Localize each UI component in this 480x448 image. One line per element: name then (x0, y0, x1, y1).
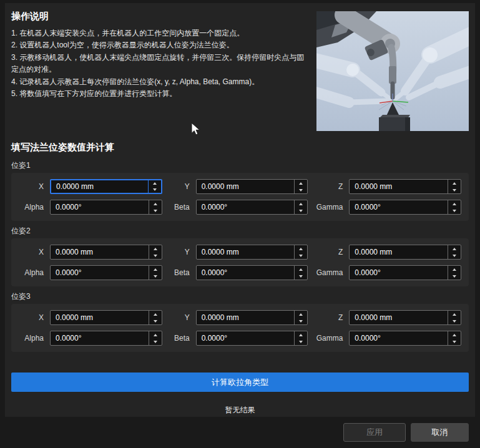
pose2-z-label: Z (314, 248, 343, 256)
pose1-alpha-value: 0.0000° (51, 200, 149, 214)
instructions-title: 操作说明 (11, 11, 308, 22)
arrow-down-icon (154, 275, 157, 278)
arrow-up-icon (299, 203, 303, 205)
pose2-alpha-input[interactable]: 0.0000° (50, 265, 162, 280)
spin-up-button[interactable] (149, 180, 161, 187)
spin-up-button[interactable] (149, 331, 162, 338)
pose3-y-input[interactable]: 0.0000 mm (196, 310, 308, 325)
pose1-alpha-label: Alpha (19, 203, 44, 212)
spin-up-button[interactable] (295, 266, 307, 273)
pose1-x-input[interactable]: 0.0000 mm (50, 179, 162, 194)
pose1-beta-input[interactable]: 0.0000° (196, 200, 308, 215)
pose2-gamma-label: Gamma (314, 268, 343, 277)
arrow-up-icon (154, 248, 157, 250)
arrow-down-icon (299, 341, 303, 343)
pose2-x-spinner (149, 245, 162, 259)
pose3-z-label: Z (314, 313, 343, 322)
instruction-step-1: 1. 在机器人末端安装尖点，并在机器人的工作空间内放置一个固定点。 (11, 27, 308, 39)
pose2-alpha-label: Alpha (19, 268, 44, 277)
pose3-x-input[interactable]: 0.0000 mm (50, 310, 162, 325)
pose3-x-label: X (19, 313, 44, 322)
spin-down-button[interactable] (295, 318, 307, 324)
calculate-euler-type-button[interactable]: 计算欧拉角类型 (11, 373, 469, 392)
pose2-group: X 0.0000 mm Y 0.0000 mm Z 0.0000 mm (11, 238, 469, 286)
pose1-z-value: 0.0000 mm (350, 180, 448, 193)
pose3-label: 位姿3 (11, 292, 469, 301)
arrow-down-icon (299, 210, 303, 212)
pose1-y-value: 0.0000 mm (197, 180, 295, 193)
spin-down-button[interactable] (448, 252, 461, 259)
spin-down-button[interactable] (295, 207, 307, 214)
spin-down-button[interactable] (149, 207, 162, 214)
pose3-gamma-input[interactable]: 0.0000° (349, 331, 461, 346)
spin-up-button[interactable] (295, 311, 307, 318)
pose1-z-spinner (448, 180, 461, 193)
arrow-up-icon (153, 182, 157, 185)
spin-up-button[interactable] (448, 266, 461, 273)
spin-down-button[interactable] (448, 207, 461, 214)
spin-up-button[interactable] (295, 245, 307, 252)
pose1-alpha-input[interactable]: 0.0000° (50, 200, 162, 215)
spin-down-button[interactable] (149, 318, 162, 324)
spin-down-button[interactable] (149, 273, 162, 280)
spin-down-button[interactable] (448, 273, 461, 280)
spin-down-button[interactable] (448, 318, 461, 324)
pose3-z-spinner (448, 311, 461, 324)
spin-up-button[interactable] (295, 180, 307, 187)
arrow-up-icon (154, 268, 157, 271)
arrow-up-icon (299, 268, 303, 271)
spin-down-button[interactable] (149, 338, 162, 345)
spin-down-button[interactable] (149, 252, 162, 259)
instruction-steps: 1. 在机器人末端安装尖点，并在机器人的工作空间内放置一个固定点。 2. 设置机… (11, 27, 308, 100)
spin-up-button[interactable] (448, 245, 461, 252)
pose2-z-input[interactable]: 0.0000 mm (349, 245, 461, 260)
pose3-group: X 0.0000 mm Y 0.0000 mm Z 0.0000 mm (11, 304, 469, 352)
arrow-up-icon (453, 313, 456, 316)
pose2-x-input[interactable]: 0.0000 mm (50, 245, 162, 260)
spin-down-button[interactable] (295, 338, 307, 345)
arrow-up-icon (453, 182, 456, 185)
arrow-down-icon (154, 341, 157, 343)
spin-down-button[interactable] (448, 338, 461, 345)
pose1-gamma-label: Gamma (314, 203, 343, 212)
instructions-section: 操作说明 1. 在机器人末端安装尖点，并在机器人的工作空间内放置一个固定点。 2… (11, 11, 469, 131)
pose1-alpha-spinner (149, 200, 162, 214)
spin-down-button[interactable] (295, 187, 307, 193)
pose2-beta-input[interactable]: 0.0000° (196, 265, 308, 280)
pose3-y-value: 0.0000 mm (197, 311, 295, 324)
spin-up-button[interactable] (149, 311, 162, 318)
pose2-gamma-spinner (448, 266, 461, 280)
spin-up-button[interactable] (295, 200, 307, 207)
cancel-button[interactable]: 取消 (411, 423, 469, 442)
spin-up-button[interactable] (295, 331, 307, 338)
spin-down-button[interactable] (149, 187, 161, 193)
arrow-up-icon (453, 268, 456, 271)
spin-up-button[interactable] (149, 266, 162, 273)
pose3-x-value: 0.0000 mm (51, 311, 149, 324)
pose3-alpha-input[interactable]: 0.0000° (50, 331, 162, 346)
arrow-down-icon (453, 210, 456, 212)
pose2-gamma-input[interactable]: 0.0000° (349, 265, 461, 280)
pose3-alpha-label: Alpha (19, 334, 44, 343)
arrow-down-icon (154, 320, 157, 323)
spin-up-button[interactable] (448, 200, 461, 207)
pose1-z-input[interactable]: 0.0000 mm (349, 179, 461, 194)
spin-up-button[interactable] (448, 180, 461, 187)
pose1-gamma-value: 0.0000° (350, 200, 448, 214)
pose2-y-input[interactable]: 0.0000 mm (196, 245, 308, 260)
flange-pose-calibration-dialog: { "instructions": { "title": "操作说明", "st… (0, 0, 480, 448)
apply-button[interactable]: 应用 (343, 423, 406, 442)
spin-up-button[interactable] (448, 331, 461, 338)
spin-up-button[interactable] (448, 311, 461, 318)
spin-down-button[interactable] (295, 273, 307, 280)
pose1-y-input[interactable]: 0.0000 mm (196, 179, 308, 194)
spin-down-button[interactable] (295, 252, 307, 259)
arrow-down-icon (154, 210, 157, 212)
pose3-beta-input[interactable]: 0.0000° (196, 331, 308, 346)
spin-up-button[interactable] (149, 245, 162, 252)
instruction-step-2: 2. 设置机器人tool为空，使得示教器显示的机器人位姿为法兰位姿。 (11, 39, 308, 51)
spin-up-button[interactable] (149, 200, 162, 207)
pose3-z-input[interactable]: 0.0000 mm (349, 310, 461, 325)
pose1-gamma-input[interactable]: 0.0000° (349, 200, 461, 215)
spin-down-button[interactable] (448, 187, 461, 193)
